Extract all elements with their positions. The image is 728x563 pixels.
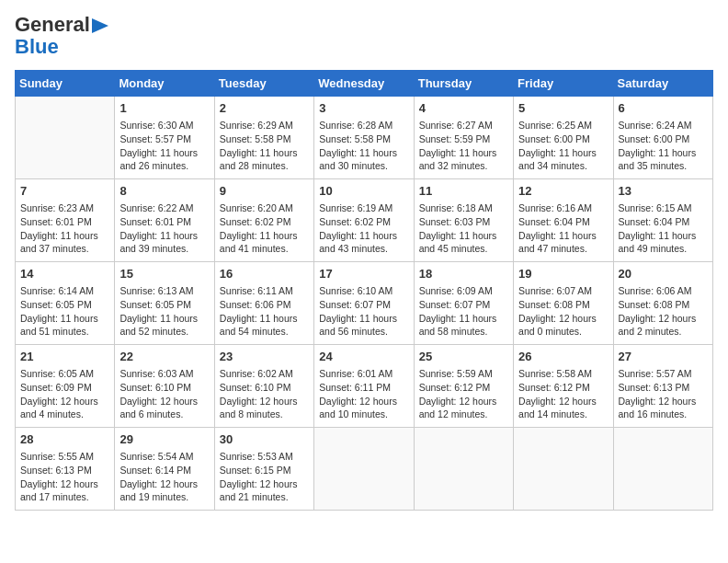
cell-text: Sunrise: 6:22 AM (119, 201, 209, 215)
calendar-cell: 9Sunrise: 6:20 AMSunset: 6:02 PMDaylight… (214, 179, 313, 262)
cell-text: Sunrise: 6:30 AM (119, 119, 209, 132)
cell-text: Sunrise: 6:07 AM (518, 284, 608, 298)
calendar-cell: 12Sunrise: 6:16 AMSunset: 6:04 PMDayligh… (514, 179, 613, 262)
day-number: 4 (419, 100, 508, 117)
cell-text: Sunset: 5:59 PM (419, 132, 508, 146)
cell-text: Daylight: 11 hours (119, 312, 209, 326)
calendar-week-row: 28Sunrise: 5:55 AMSunset: 6:13 PMDayligh… (16, 428, 713, 511)
cell-text: Sunset: 6:12 PM (518, 381, 608, 395)
cell-text: and 35 minutes. (619, 159, 708, 173)
day-number: 26 (518, 349, 608, 365)
cell-text: Sunset: 6:05 PM (20, 298, 109, 312)
cell-text: Sunset: 6:08 PM (619, 298, 708, 312)
calendar-cell: 7Sunrise: 6:23 AMSunset: 6:01 PMDaylight… (16, 179, 115, 262)
cell-text: Sunrise: 6:16 AM (518, 201, 608, 215)
cell-text: Sunset: 5:58 PM (220, 132, 309, 146)
cell-text: Daylight: 12 hours (619, 312, 708, 326)
cell-text: Daylight: 12 hours (319, 395, 408, 408)
cell-text: Sunset: 6:11 PM (319, 381, 408, 395)
calendar-cell: 8Sunrise: 6:22 AMSunset: 6:01 PMDaylight… (115, 179, 214, 262)
cell-text: Sunrise: 5:57 AM (619, 367, 708, 381)
cell-text: Sunrise: 6:06 AM (619, 284, 708, 298)
cell-text: Sunset: 6:13 PM (20, 464, 109, 477)
day-number: 23 (220, 349, 309, 365)
cell-text: Daylight: 11 hours (518, 146, 608, 160)
calendar-cell: 20Sunrise: 6:06 AMSunset: 6:08 PMDayligh… (613, 262, 712, 345)
cell-text: and 45 minutes. (419, 242, 508, 256)
cell-text: and 21 minutes. (220, 490, 309, 504)
cell-text: Daylight: 11 hours (119, 229, 209, 243)
weekday-header: Tuesday (214, 71, 313, 97)
cell-text: Daylight: 12 hours (518, 312, 608, 326)
day-number: 21 (20, 349, 109, 365)
cell-text: Sunset: 6:12 PM (419, 381, 508, 395)
cell-text: Daylight: 12 hours (419, 395, 508, 408)
cell-text: Sunrise: 5:54 AM (119, 450, 209, 464)
cell-text: Sunset: 5:58 PM (319, 132, 408, 146)
cell-text: Daylight: 11 hours (419, 229, 508, 243)
day-number: 5 (518, 100, 608, 117)
calendar-week-row: 7Sunrise: 6:23 AMSunset: 6:01 PMDaylight… (16, 179, 713, 262)
cell-text: and 6 minutes. (119, 408, 209, 421)
cell-text: and 49 minutes. (619, 242, 708, 256)
calendar-cell: 15Sunrise: 6:13 AMSunset: 6:05 PMDayligh… (115, 262, 214, 345)
svg-marker-0 (92, 18, 108, 33)
calendar-cell: 30Sunrise: 5:53 AMSunset: 6:15 PMDayligh… (214, 428, 313, 511)
cell-text: Sunset: 6:00 PM (619, 132, 708, 146)
cell-text: and 56 minutes. (319, 325, 408, 339)
calendar-cell: 4Sunrise: 6:27 AMSunset: 5:59 PMDaylight… (414, 97, 513, 179)
day-number: 27 (619, 349, 708, 365)
calendar-cell: 29Sunrise: 5:54 AMSunset: 6:14 PMDayligh… (115, 428, 214, 511)
cell-text: Sunrise: 6:11 AM (220, 284, 309, 298)
cell-text: Sunset: 6:01 PM (20, 215, 109, 229)
calendar-week-row: 21Sunrise: 6:05 AMSunset: 6:09 PMDayligh… (16, 345, 713, 428)
cell-text: Sunrise: 5:55 AM (20, 450, 109, 464)
cell-text: Sunrise: 6:02 AM (220, 367, 309, 381)
calendar-cell: 1Sunrise: 6:30 AMSunset: 5:57 PMDaylight… (115, 97, 214, 179)
cell-text: Sunrise: 6:24 AM (619, 119, 708, 132)
cell-text: Sunrise: 6:27 AM (419, 119, 508, 132)
day-number: 28 (20, 431, 109, 448)
calendar-cell: 5Sunrise: 6:25 AMSunset: 6:00 PMDaylight… (514, 97, 613, 179)
cell-text: and 16 minutes. (619, 408, 708, 421)
calendar-cell: 25Sunrise: 5:59 AMSunset: 6:12 PMDayligh… (414, 345, 513, 428)
cell-text: and 54 minutes. (220, 325, 309, 339)
cell-text: and 41 minutes. (220, 242, 309, 256)
cell-text: Sunset: 6:04 PM (518, 215, 608, 229)
weekday-header: Thursday (414, 71, 513, 97)
calendar-cell (16, 97, 115, 179)
cell-text: Sunset: 6:04 PM (619, 215, 708, 229)
cell-text: and 37 minutes. (20, 242, 109, 256)
calendar-cell: 3Sunrise: 6:28 AMSunset: 5:58 PMDaylight… (314, 97, 414, 179)
cell-text: Daylight: 12 hours (220, 395, 309, 408)
day-number: 7 (20, 183, 109, 200)
cell-text: Daylight: 11 hours (220, 312, 309, 326)
calendar-cell: 18Sunrise: 6:09 AMSunset: 6:07 PMDayligh… (414, 262, 513, 345)
calendar-cell: 13Sunrise: 6:15 AMSunset: 6:04 PMDayligh… (613, 179, 712, 262)
weekday-header: Monday (115, 71, 214, 97)
cell-text: and 34 minutes. (518, 159, 608, 173)
cell-text: Sunrise: 5:59 AM (419, 367, 508, 381)
cell-text: Sunset: 6:10 PM (220, 381, 309, 395)
calendar-week-row: 1Sunrise: 6:30 AMSunset: 5:57 PMDaylight… (16, 97, 713, 179)
calendar-cell: 27Sunrise: 5:57 AMSunset: 6:13 PMDayligh… (613, 345, 712, 428)
cell-text: Sunrise: 6:25 AM (518, 119, 608, 132)
cell-text: Sunset: 6:08 PM (518, 298, 608, 312)
cell-text: Sunset: 6:15 PM (220, 464, 309, 477)
cell-text: Daylight: 12 hours (20, 477, 109, 491)
cell-text: and 39 minutes. (119, 242, 209, 256)
day-number: 16 (220, 266, 309, 282)
day-number: 30 (220, 431, 309, 448)
calendar-cell (514, 428, 613, 511)
cell-text: and 14 minutes. (518, 408, 608, 421)
cell-text: Sunset: 6:00 PM (518, 132, 608, 146)
day-number: 13 (619, 183, 708, 200)
day-number: 20 (619, 266, 708, 282)
cell-text: Daylight: 12 hours (20, 395, 109, 408)
calendar-week-row: 14Sunrise: 6:14 AMSunset: 6:05 PMDayligh… (16, 262, 713, 345)
cell-text: Daylight: 11 hours (518, 229, 608, 243)
day-number: 3 (319, 100, 408, 117)
cell-text: Sunset: 5:57 PM (119, 132, 209, 146)
cell-text: Sunrise: 6:14 AM (20, 284, 109, 298)
day-number: 6 (619, 100, 708, 117)
